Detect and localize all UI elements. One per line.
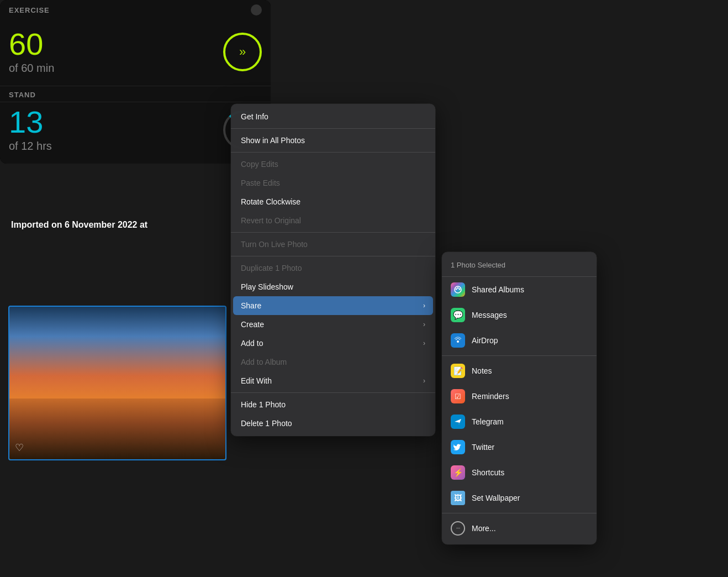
menu-item-turn-on-live-photo: Turn On Live Photo — [231, 235, 435, 254]
submenu-separator-2 — [442, 513, 597, 513]
submenu-telegram-label: Telegram — [472, 417, 504, 426]
menu-item-copy-edits-label: Copy Edits — [241, 160, 278, 169]
menu-item-paste-edits: Paste Edits — [231, 174, 435, 192]
stand-section2: 13 of 12 hrs — [0, 102, 271, 164]
svg-point-1 — [456, 288, 457, 290]
submenu-more-label: More... — [472, 524, 496, 533]
watch-card: EXERCISE 60 of 60 min » STAND 13 of 12 h… — [0, 0, 271, 164]
menu-item-share-label: Share — [241, 301, 261, 310]
menu-item-play-slideshow[interactable]: Play Slideshow — [231, 277, 435, 296]
share-submenu: 1 Photo Selected Shared Albums 💬 Message… — [442, 252, 597, 544]
submenu-airdrop-label: AirDrop — [472, 336, 498, 345]
menu-item-add-to[interactable]: Add to › — [231, 334, 435, 353]
exercise-stats: 60 of 60 min — [9, 29, 54, 75]
shared-albums-icon — [451, 282, 465, 297]
menu-item-edit-with[interactable]: Edit With › — [231, 371, 435, 390]
messages-icon: 💬 — [451, 308, 465, 322]
more-icon: ··· — [451, 521, 465, 536]
submenu-item-set-wallpaper[interactable]: 🖼 Set Wallpaper — [442, 485, 597, 511]
context-menu: Get Info Show in All Photos Copy Edits P… — [231, 104, 435, 436]
separator-3 — [231, 232, 435, 233]
separator-5 — [231, 392, 435, 393]
stand-unit: of 12 hrs — [9, 140, 52, 153]
menu-item-revert-to-original: Revert to Original — [231, 211, 435, 230]
menu-item-show-all-photos-label: Show in All Photos — [241, 136, 305, 145]
menu-item-delete[interactable]: Delete 1 Photo — [231, 414, 435, 433]
submenu-item-shared-albums[interactable]: Shared Albums — [442, 277, 597, 302]
edit-with-arrow-icon: › — [423, 377, 425, 385]
submenu-separator-1 — [442, 355, 597, 356]
menu-item-edit-with-label: Edit With — [241, 376, 272, 385]
menu-item-duplicate: Duplicate 1 Photo — [231, 259, 435, 277]
submenu-item-airdrop[interactable]: AirDrop — [442, 328, 597, 353]
menu-item-share[interactable]: Share › — [233, 296, 433, 315]
exercise-arrow-icon: » — [239, 45, 246, 59]
add-to-arrow-icon: › — [423, 339, 425, 347]
menu-item-rotate-clockwise[interactable]: Rotate Clockwise — [231, 192, 435, 211]
separator-2 — [231, 152, 435, 153]
heart-icon: ♡ — [15, 442, 24, 454]
stand-number: 13 — [9, 107, 52, 138]
shortcuts-icon: ⚡ — [451, 465, 465, 480]
menu-item-copy-edits: Copy Edits — [231, 155, 435, 174]
scroll-button — [251, 4, 262, 15]
submenu-messages-label: Messages — [472, 311, 507, 319]
submenu-shared-albums-label: Shared Albums — [472, 285, 524, 294]
menu-item-add-to-album: Add to Album — [231, 353, 435, 371]
create-arrow-icon: › — [423, 321, 425, 328]
exercise-unit: of 60 min — [9, 62, 54, 75]
menu-item-turn-on-live-photo-label: Turn On Live Photo — [241, 240, 308, 249]
submenu-item-telegram[interactable]: Telegram — [442, 409, 597, 434]
exercise-section: 60 of 60 min » — [0, 20, 271, 86]
submenu-item-notes[interactable]: 📝 Notes — [442, 358, 597, 384]
separator-1 — [231, 128, 435, 129]
menu-item-add-to-label: Add to — [241, 339, 263, 348]
stand-row: 13 of 12 hrs — [9, 107, 262, 153]
twitter-icon — [451, 440, 465, 454]
submenu-item-twitter[interactable]: Twitter — [442, 434, 597, 460]
stand-section: STAND — [0, 86, 271, 102]
set-wallpaper-icon: 🖼 — [451, 491, 465, 505]
submenu-item-shortcuts[interactable]: ⚡ Shortcuts — [442, 460, 597, 485]
menu-item-get-info[interactable]: Get Info — [231, 107, 435, 126]
stand-stats: 13 of 12 hrs — [9, 107, 52, 153]
submenu-item-more[interactable]: ··· More... — [442, 516, 597, 541]
submenu-shortcuts-label: Shortcuts — [472, 468, 504, 477]
submenu-title: 1 Photo Selected — [451, 261, 505, 269]
submenu-twitter-label: Twitter — [472, 443, 494, 452]
menu-item-revert-to-original-label: Revert to Original — [241, 216, 301, 225]
photo-thumb-inner: ♡ — [9, 307, 225, 459]
menu-item-create[interactable]: Create › — [231, 315, 435, 334]
menu-item-create-label: Create — [241, 320, 264, 329]
stand-label: STAND — [9, 91, 36, 99]
menu-item-get-info-label: Get Info — [241, 112, 268, 121]
menu-item-hide[interactable]: Hide 1 Photo — [231, 395, 435, 414]
separator-4 — [231, 256, 435, 256]
menu-item-duplicate-label: Duplicate 1 Photo — [241, 264, 302, 272]
submenu-item-reminders[interactable]: ☑ Reminders — [442, 384, 597, 409]
submenu-item-messages[interactable]: 💬 Messages — [442, 302, 597, 328]
watch-card-header: EXERCISE — [0, 0, 271, 20]
menu-item-show-all-photos[interactable]: Show in All Photos — [231, 131, 435, 150]
import-date: Imported on 6 November 2022 at — [0, 220, 159, 230]
menu-item-add-to-album-label: Add to Album — [241, 358, 287, 366]
telegram-icon — [451, 415, 465, 429]
exercise-number: 60 — [9, 29, 54, 60]
exercise-row: 60 of 60 min » — [9, 29, 262, 75]
exercise-label: EXERCISE — [9, 6, 50, 14]
photo-thumbnail: ♡ — [8, 306, 226, 460]
menu-item-rotate-clockwise-label: Rotate Clockwise — [241, 197, 300, 206]
menu-item-delete-label: Delete 1 Photo — [241, 419, 292, 428]
submenu-header: 1 Photo Selected — [442, 255, 597, 277]
share-arrow-icon: › — [423, 302, 425, 310]
menu-item-paste-edits-label: Paste Edits — [241, 179, 280, 187]
notes-icon: 📝 — [451, 364, 465, 378]
submenu-notes-label: Notes — [472, 366, 492, 375]
svg-point-4 — [457, 340, 459, 343]
sky-layer — [9, 307, 225, 406]
svg-point-3 — [457, 287, 459, 289]
menu-item-play-slideshow-label: Play Slideshow — [241, 282, 293, 291]
exercise-circle: » — [223, 33, 262, 71]
submenu-reminders-label: Reminders — [472, 392, 509, 401]
ground-layer — [9, 398, 225, 459]
